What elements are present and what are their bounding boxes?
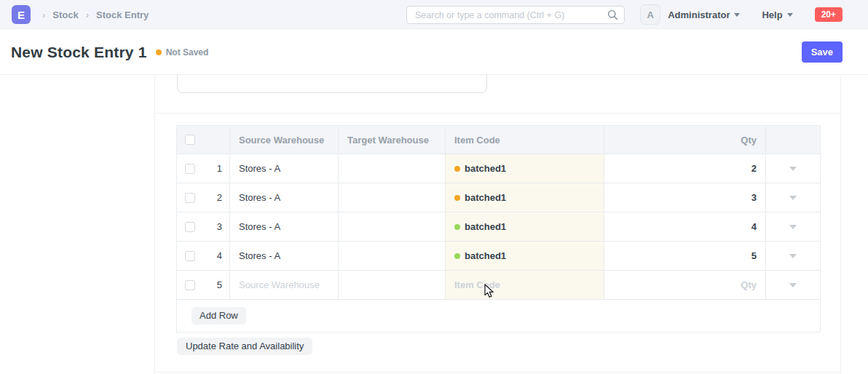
item-status-dot-icon <box>454 224 460 230</box>
row-expand-toggle[interactable] <box>766 242 819 270</box>
item-status-dot-icon <box>454 195 460 201</box>
row-index: 2 <box>217 192 222 203</box>
cell-item-code[interactable]: batched1 <box>446 212 604 241</box>
row-expand-toggle[interactable] <box>766 154 819 183</box>
search-icon <box>607 9 618 20</box>
row-select-cell: 5 <box>177 271 230 299</box>
user-name: Administrator <box>668 9 730 20</box>
user-menu[interactable]: Administrator <box>668 9 740 20</box>
row-checkbox[interactable] <box>185 280 195 290</box>
form-section: Source Warehouse Target Warehouse Item C… <box>154 75 841 374</box>
items-table: Source Warehouse Target Warehouse Item C… <box>176 125 821 333</box>
cell-target-warehouse[interactable] <box>339 183 446 212</box>
cell-target-warehouse[interactable] <box>339 242 446 270</box>
row-expand-toggle[interactable] <box>766 271 819 299</box>
item-code-label: batched1 <box>465 192 506 203</box>
row-index: 3 <box>217 221 222 232</box>
search-placeholder: Search or type a command (Ctrl + G) <box>415 10 607 20</box>
caret-down-icon <box>789 225 797 229</box>
status-label: Not Saved <box>166 47 209 57</box>
section-divider <box>155 113 840 114</box>
breadcrumb: › Stock › Stock Entry <box>42 0 149 29</box>
row-checkbox[interactable] <box>185 193 195 203</box>
item-code-label: batched1 <box>465 221 506 232</box>
table-header-row: Source Warehouse Target Warehouse Item C… <box>177 126 820 154</box>
caret-down-icon <box>789 196 797 200</box>
row-checkbox[interactable] <box>185 164 195 174</box>
cell-item-code[interactable]: Item Code <box>446 271 604 299</box>
cell-source-warehouse[interactable]: Stores - A <box>230 183 339 212</box>
item-code-label: batched1 <box>465 163 506 174</box>
grid-body: 1Stores - Abatched122Stores - Abatched13… <box>177 154 820 300</box>
grid-footer: Add Row <box>177 300 820 332</box>
navbar: E › Stock › Stock Entry Search or type a… <box>0 0 868 29</box>
cell-source-warehouse[interactable]: Stores - A <box>230 154 339 183</box>
chevron-right-icon: › <box>86 9 89 20</box>
table-row: 3Stores - Abatched14 <box>177 212 820 242</box>
cell-qty[interactable]: 5 <box>604 242 766 270</box>
global-search-input[interactable]: Search or type a command (Ctrl + G) <box>406 6 625 24</box>
header-edit-cell <box>766 126 819 154</box>
item-status-dot-icon <box>454 253 460 259</box>
cell-qty[interactable]: 2 <box>604 154 766 183</box>
header-item-code: Item Code <box>446 126 604 154</box>
table-row: 5Source WarehouseItem CodeQty <box>177 271 820 300</box>
cell-qty[interactable]: Qty <box>604 271 766 299</box>
select-all-checkbox[interactable] <box>185 135 195 145</box>
help-label: Help <box>762 9 782 20</box>
chevron-down-icon <box>787 13 793 17</box>
cell-qty[interactable]: 3 <box>604 183 766 212</box>
row-index: 5 <box>217 279 222 290</box>
help-menu[interactable]: Help <box>762 9 792 20</box>
app-logo[interactable]: E <box>12 5 31 24</box>
item-code-label: batched1 <box>465 250 506 261</box>
caret-down-icon <box>789 283 797 287</box>
cell-target-warehouse[interactable] <box>339 212 446 241</box>
table-row: 2Stores - Abatched13 <box>177 183 820 212</box>
header-target-warehouse: Target Warehouse <box>339 126 446 154</box>
cell-qty[interactable]: 4 <box>604 212 766 241</box>
caret-down-icon <box>789 254 797 258</box>
item-status-dot-icon <box>454 166 460 172</box>
row-index: 1 <box>217 163 222 174</box>
header-qty: Qty <box>604 126 766 154</box>
cell-source-warehouse[interactable]: Source Warehouse <box>230 271 339 299</box>
notifications-badge[interactable]: 20+ <box>815 7 843 22</box>
row-checkbox[interactable] <box>185 251 195 261</box>
cell-source-warehouse[interactable]: Stores - A <box>230 212 339 241</box>
row-select-cell: 1 <box>177 154 230 183</box>
header-select-cell <box>177 126 230 154</box>
update-rate-availability-button[interactable]: Update Rate and Availability <box>177 338 312 355</box>
chevron-right-icon: › <box>42 9 45 20</box>
section-divider <box>155 372 840 373</box>
chevron-down-icon <box>734 13 740 17</box>
table-row: 1Stores - Abatched12 <box>177 154 820 183</box>
cell-item-code[interactable]: batched1 <box>446 154 604 183</box>
cell-item-code[interactable]: batched1 <box>446 242 604 270</box>
caret-down-icon <box>789 167 797 171</box>
cell-target-warehouse[interactable] <box>339 271 446 299</box>
page-title: New Stock Entry 1 <box>11 44 147 61</box>
row-checkbox[interactable] <box>185 222 195 232</box>
cell-target-warehouse[interactable] <box>339 154 446 183</box>
header-source-warehouse: Source Warehouse <box>230 126 339 154</box>
row-select-cell: 3 <box>177 212 230 241</box>
avatar[interactable]: A <box>640 4 660 25</box>
row-select-cell: 2 <box>177 183 230 212</box>
row-index: 4 <box>217 250 222 261</box>
cell-source-warehouse[interactable]: Stores - A <box>230 242 339 270</box>
truncated-input-field[interactable] <box>177 75 487 93</box>
status-badge: Not Saved <box>156 47 209 57</box>
cell-item-code[interactable]: batched1 <box>446 183 604 212</box>
add-row-button[interactable]: Add Row <box>192 307 246 325</box>
breadcrumb-stock-entry[interactable]: Stock Entry <box>96 9 149 20</box>
breadcrumb-stock[interactable]: Stock <box>52 9 78 20</box>
save-button[interactable]: Save <box>802 41 843 63</box>
row-expand-toggle[interactable] <box>766 183 819 212</box>
row-expand-toggle[interactable] <box>766 212 819 241</box>
status-dot-icon <box>156 49 162 55</box>
table-row: 4Stores - Abatched15 <box>177 242 820 271</box>
row-select-cell: 4 <box>177 242 230 270</box>
page-head: New Stock Entry 1 Not Saved Save <box>0 29 868 75</box>
